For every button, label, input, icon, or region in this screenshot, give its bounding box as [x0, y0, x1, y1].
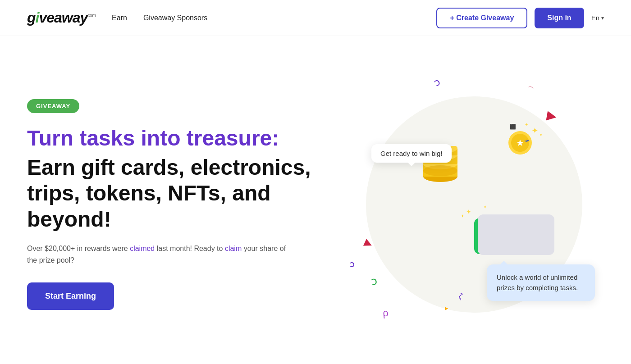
navbar: giveawaycom Earn Giveaway Sponsors + Cre…: [0, 0, 631, 36]
hero-title-black: Earn gift cards, electronics, trips, tok…: [27, 155, 343, 232]
hero-section: GIVEAWAY Turn tasks into treasure: Earn …: [0, 36, 631, 364]
hero-title-purple: Turn tasks into treasure:: [27, 126, 343, 150]
navbar-right: + Create Giveaway Sign in En ▾: [436, 8, 604, 28]
svg-text:★: ★: [516, 138, 524, 148]
tooltip-unlock-text: Unlock a world of unlimited prizes by co…: [497, 273, 578, 291]
confetti-item: ρ: [382, 307, 389, 319]
navbar-left: giveawaycom Earn Giveaway Sponsors: [27, 9, 207, 26]
tooltip-win-big: Get ready to win big!: [371, 144, 452, 163]
logo[interactable]: giveawaycom: [27, 9, 96, 26]
reward-card-icon: ⭐ ✦ ✦ ✦: [474, 218, 546, 254]
hero-subtitle: Over $20,000+ in rewards were claimed la…: [27, 243, 297, 266]
signin-button[interactable]: Sign in: [535, 8, 584, 28]
confetti-item: ⌒: [526, 85, 535, 96]
nav-earn[interactable]: Earn: [112, 14, 127, 22]
claimed-link[interactable]: claimed: [130, 245, 155, 252]
language-selector[interactable]: En ▾: [591, 14, 604, 22]
confetti-item: ⬛: [510, 124, 516, 130]
tooltip-win-big-text: Get ready to win big!: [380, 150, 443, 157]
confetti-item: ↄ: [350, 259, 355, 269]
start-earning-button[interactable]: Start Earning: [27, 282, 114, 310]
chevron-down-icon: ▾: [601, 15, 604, 21]
claim-link[interactable]: claim: [225, 245, 242, 252]
confetti-item: ▶: [545, 107, 558, 123]
hero-illustration: $ ★ ✦ ✦ ✦ ⭐: [344, 63, 604, 346]
tooltip-unlock: Unlock a world of unlimited prizes by co…: [487, 264, 595, 301]
nav-sponsors[interactable]: Giveaway Sponsors: [143, 14, 207, 22]
hero-content-left: GIVEAWAY Turn tasks into treasure: Earn …: [27, 99, 343, 309]
confetti-item: ↄ: [370, 274, 379, 288]
svg-point-3: [423, 165, 457, 176]
create-giveaway-button[interactable]: + Create Giveaway: [436, 8, 527, 28]
hero-badge: GIVEAWAY: [27, 99, 79, 113]
confetti-item: ↄ: [432, 76, 442, 89]
language-label: En: [591, 14, 599, 22]
confetti-item: ▸: [445, 304, 448, 312]
confetti-item: ▶: [362, 237, 374, 250]
